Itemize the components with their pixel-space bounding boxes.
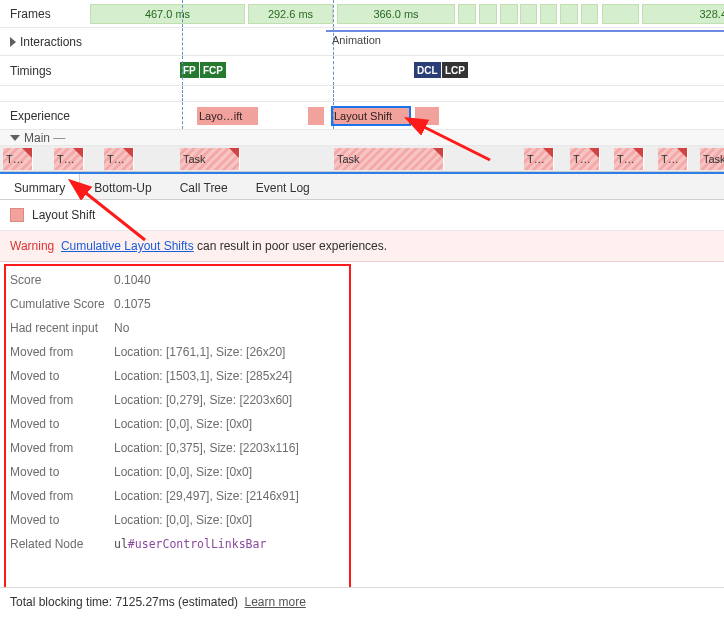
task-block[interactable]: T…: [524, 148, 554, 170]
event-details: Score0.1040 Cumulative Score0.1075 Had r…: [0, 262, 724, 566]
frame-block[interactable]: 292.6 ms: [248, 4, 333, 24]
main-lane-header[interactable]: Main —: [0, 130, 724, 146]
layout-shift-block-selected[interactable]: Layout Shift: [332, 107, 410, 125]
layout-shift-block-small[interactable]: [308, 107, 324, 125]
interactions-lane[interactable]: Interactions Animation: [0, 28, 724, 56]
frame-block[interactable]: 467.0 ms: [90, 4, 245, 24]
frame-block[interactable]: [540, 4, 557, 24]
detail-value: Location: [1503,1], Size: [285x24]: [114, 369, 292, 383]
spacer-lane: [0, 86, 724, 102]
tab-call-tree[interactable]: Call Tree: [166, 174, 242, 199]
experience-lane[interactable]: Experience Layo…ift Layout Shift: [0, 102, 724, 130]
frame-block[interactable]: [581, 4, 598, 24]
experience-label: Experience: [0, 109, 160, 123]
task-block[interactable]: Task: [180, 148, 240, 170]
detail-value: Location: [0,0], Size: [0x0]: [114, 465, 252, 479]
related-node-link[interactable]: ul#userControlLinksBar: [114, 537, 266, 551]
task-block[interactable]: T…: [614, 148, 644, 170]
timings-track[interactable]: FP FCP DCL LCP: [160, 56, 724, 85]
frames-lane[interactable]: Frames 467.0 ms 292.6 ms 366.0 ms 328.4: [0, 0, 724, 28]
detail-value: Location: [1761,1], Size: [26x20]: [114, 345, 285, 359]
layout-shift-block[interactable]: Layo…ift: [197, 107, 258, 125]
frame-block[interactable]: [560, 4, 578, 24]
detail-value: Location: [0,0], Size: [0x0]: [114, 417, 252, 431]
detail-key: Score: [10, 273, 114, 287]
frame-block[interactable]: [500, 4, 518, 24]
detail-key: Moved to: [10, 465, 114, 479]
detail-key: Cumulative Score: [10, 297, 114, 311]
main-tasks-lane[interactable]: T… T… T… Task Task T… T… T… T… Task: [0, 146, 724, 172]
time-marker: [333, 28, 334, 55]
main-label: Main —: [0, 131, 160, 145]
learn-more-link[interactable]: Learn more: [241, 595, 305, 609]
task-block[interactable]: Task: [700, 148, 724, 170]
detail-key: Moved to: [10, 513, 114, 527]
detail-value: No: [114, 321, 129, 335]
task-block[interactable]: T…: [570, 148, 600, 170]
detail-key: Moved from: [10, 393, 114, 407]
frame-block[interactable]: [458, 4, 476, 24]
blocking-time-text: Total blocking time: 7125.27ms (estimate…: [10, 595, 238, 609]
details-tabs: Summary Bottom-Up Call Tree Event Log: [0, 172, 724, 200]
time-marker: [333, 102, 334, 129]
detail-key: Related Node: [10, 537, 114, 551]
detail-value: 0.1075: [114, 297, 151, 311]
task-block[interactable]: T…: [658, 148, 688, 170]
task-block[interactable]: T…: [3, 148, 33, 170]
tab-bottom-up[interactable]: Bottom-Up: [80, 174, 165, 199]
time-marker: [182, 0, 183, 27]
timing-badge-fcp[interactable]: FCP: [200, 62, 226, 78]
timing-badge-dcl[interactable]: DCL: [414, 62, 441, 78]
frame-block[interactable]: 328.4: [642, 4, 724, 24]
expand-icon[interactable]: [10, 37, 16, 47]
frame-block[interactable]: [602, 4, 639, 24]
time-marker: [182, 56, 183, 85]
main-tasks-track[interactable]: T… T… T… Task Task T… T… T… T… Task: [0, 148, 724, 170]
frames-track[interactable]: 467.0 ms 292.6 ms 366.0 ms 328.4: [160, 0, 724, 27]
time-marker: [182, 86, 183, 101]
detail-value: Location: [29,497], Size: [2146x91]: [114, 489, 299, 503]
frame-block[interactable]: [479, 4, 497, 24]
animation-bar[interactable]: [326, 30, 724, 32]
footer-bar: Total blocking time: 7125.27ms (estimate…: [0, 587, 724, 616]
detail-value: Location: [0,0], Size: [0x0]: [114, 513, 252, 527]
event-title: Layout Shift: [32, 208, 95, 222]
detail-value: Location: [0,279], Size: [2203x60]: [114, 393, 292, 407]
task-block[interactable]: T…: [54, 148, 84, 170]
collapse-icon[interactable]: [10, 135, 20, 141]
timings-lane[interactable]: Timings FP FCP DCL LCP: [0, 56, 724, 86]
layout-shift-block-small[interactable]: [415, 107, 439, 125]
detail-key: Moved from: [10, 441, 114, 455]
time-marker: [182, 28, 183, 55]
warning-label: Warning: [10, 239, 54, 253]
event-color-swatch: [10, 208, 24, 222]
interactions-track[interactable]: Animation: [160, 28, 724, 55]
timings-label: Timings: [0, 64, 160, 78]
task-block[interactable]: Task: [334, 148, 444, 170]
timing-badge-lcp[interactable]: LCP: [442, 62, 468, 78]
tab-summary[interactable]: Summary: [0, 174, 80, 199]
detail-key: Had recent input: [10, 321, 114, 335]
time-marker: [333, 56, 334, 85]
time-marker: [333, 0, 334, 27]
warning-suffix: can result in poor user experiences.: [194, 239, 387, 253]
detail-value: 0.1040: [114, 273, 151, 287]
warning-bar: Warning Cumulative Layout Shifts can res…: [0, 231, 724, 262]
frame-block[interactable]: [520, 4, 537, 24]
animation-label: Animation: [332, 34, 381, 46]
task-block[interactable]: T…: [104, 148, 134, 170]
frame-block[interactable]: 366.0 ms: [337, 4, 455, 24]
detail-value: Location: [0,375], Size: [2203x116]: [114, 441, 299, 455]
interactions-label: Interactions: [0, 35, 160, 49]
detail-key: Moved from: [10, 489, 114, 503]
detail-key: Moved to: [10, 369, 114, 383]
tab-event-log[interactable]: Event Log: [242, 174, 324, 199]
warning-link[interactable]: Cumulative Layout Shifts: [61, 239, 194, 253]
experience-track[interactable]: Layo…ift Layout Shift: [160, 102, 724, 129]
detail-key: Moved to: [10, 417, 114, 431]
time-marker: [182, 102, 183, 129]
event-header: Layout Shift: [0, 200, 724, 231]
time-marker: [333, 86, 334, 101]
detail-key: Moved from: [10, 345, 114, 359]
